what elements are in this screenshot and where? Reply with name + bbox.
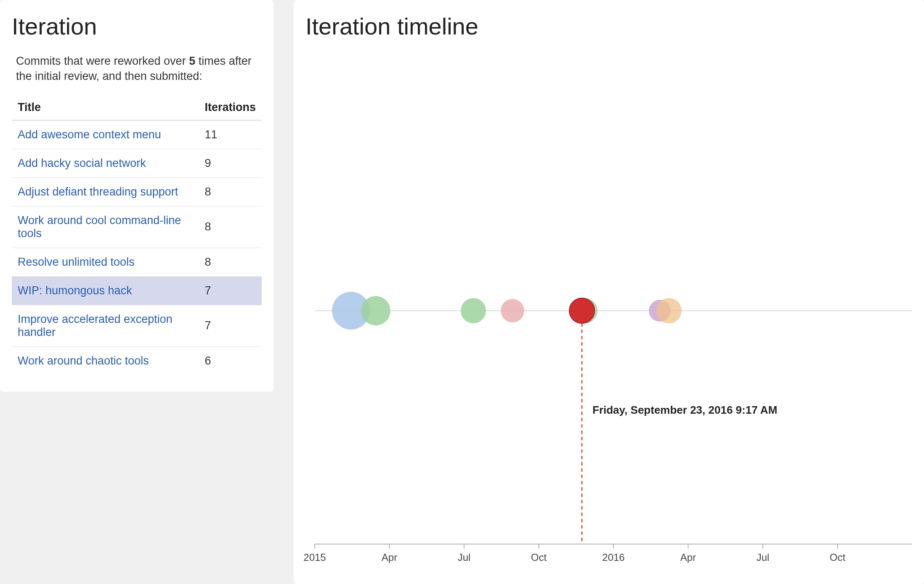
iteration-count: 11 bbox=[199, 120, 262, 149]
svg-text:Oct: Oct bbox=[531, 552, 547, 563]
iteration-card: Iteration Commits that were reworked ove… bbox=[0, 0, 273, 392]
iteration-count: 8 bbox=[199, 248, 262, 276]
timeline-title: Iteration timeline bbox=[305, 13, 912, 40]
iteration-count: 7 bbox=[199, 276, 262, 305]
iteration-count: 8 bbox=[199, 206, 262, 248]
commit-link[interactable]: Add hacky social network bbox=[18, 157, 146, 169]
svg-text:Apr: Apr bbox=[382, 552, 397, 563]
table-row[interactable]: WIP: humongous hack7 bbox=[12, 276, 262, 305]
commit-link[interactable]: Add awesome context menu bbox=[18, 128, 161, 141]
iteration-count: 7 bbox=[199, 305, 262, 346]
table-row[interactable]: Add awesome context menu11 bbox=[12, 120, 262, 149]
svg-text:2016: 2016 bbox=[602, 552, 624, 563]
iteration-count: 6 bbox=[199, 346, 262, 375]
iteration-count: 9 bbox=[199, 149, 262, 177]
commit-link[interactable]: Adjust defiant threading support bbox=[18, 185, 178, 198]
table-row[interactable]: Work around cool command-line tools8 bbox=[12, 206, 262, 248]
table-row[interactable]: Add hacky social network9 bbox=[12, 149, 262, 177]
table-row[interactable]: Improve accelerated exception handler7 bbox=[12, 305, 262, 346]
iteration-table: Title Iterations Add awesome context men… bbox=[12, 96, 262, 375]
commit-link[interactable]: WIP: humongous hack bbox=[18, 284, 132, 297]
table-row[interactable]: Work around chaotic tools6 bbox=[12, 346, 262, 375]
svg-text:Oct: Oct bbox=[830, 552, 846, 563]
svg-text:Jul: Jul bbox=[458, 552, 471, 563]
iteration-title: Iteration bbox=[12, 13, 262, 40]
iteration-count: 8 bbox=[199, 177, 262, 206]
col-title: Title bbox=[12, 96, 199, 120]
table-row[interactable]: Resolve unlimited tools8 bbox=[12, 248, 262, 276]
svg-text:Jul: Jul bbox=[757, 552, 770, 563]
timeline-point[interactable] bbox=[501, 299, 524, 322]
timeline-point[interactable] bbox=[656, 298, 682, 323]
table-row[interactable]: Adjust defiant threading support8 bbox=[12, 177, 262, 206]
svg-text:Apr: Apr bbox=[680, 552, 696, 563]
x-axis-ticks bbox=[315, 544, 838, 549]
timeline-chart[interactable]: Friday, September 23, 2016 9:17 AM 2015 … bbox=[294, 58, 924, 584]
x-axis-labels: 2015 Apr Jul Oct 2016 Apr Jul Oct bbox=[303, 552, 845, 563]
timeline-point[interactable] bbox=[361, 296, 390, 325]
callout-text: Friday, September 23, 2016 9:17 AM bbox=[592, 404, 777, 416]
timeline-point[interactable] bbox=[461, 298, 486, 323]
commit-link[interactable]: Work around chaotic tools bbox=[18, 354, 149, 367]
col-iterations: Iterations bbox=[199, 96, 262, 120]
timeline-panel: Iteration timeline Friday, September 23,… bbox=[294, 0, 924, 584]
commit-link[interactable]: Work around cool command-line tools bbox=[18, 214, 181, 240]
commit-link[interactable]: Resolve unlimited tools bbox=[18, 256, 135, 268]
iteration-description: Commits that were reworked over 5 times … bbox=[16, 53, 258, 84]
commit-link[interactable]: Improve accelerated exception handler bbox=[18, 313, 173, 338]
svg-text:2015: 2015 bbox=[303, 552, 326, 563]
timeline-point-selected[interactable] bbox=[569, 298, 595, 323]
